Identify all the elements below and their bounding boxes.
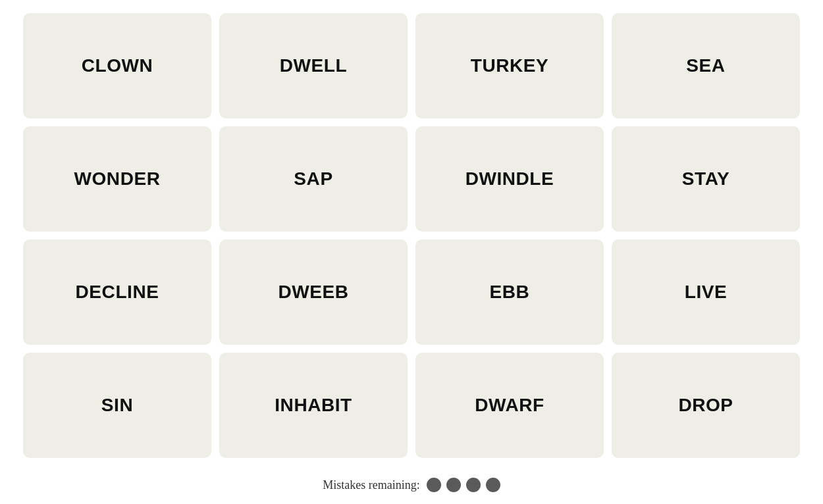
word-card[interactable]: DWINDLE: [415, 126, 604, 232]
mistake-dot: [486, 478, 500, 492]
mistake-dot: [446, 478, 461, 492]
word-label: WONDER: [74, 168, 161, 189]
word-label: DECLINE: [76, 282, 159, 303]
word-label: DWEEB: [278, 282, 348, 303]
word-card[interactable]: STAY: [612, 126, 800, 232]
word-label: DROP: [678, 395, 733, 416]
word-label: STAY: [682, 168, 730, 189]
word-label: DWARF: [475, 395, 544, 416]
word-label: SAP: [294, 168, 332, 189]
word-card[interactable]: DROP: [612, 353, 800, 458]
word-card[interactable]: SEA: [612, 13, 800, 118]
word-card[interactable]: DWARF: [415, 353, 604, 458]
word-card[interactable]: TURKEY: [415, 13, 604, 118]
word-label: SIN: [101, 395, 133, 416]
word-label: DWELL: [280, 55, 347, 76]
word-label: INHABIT: [275, 395, 352, 416]
word-card[interactable]: LIVE: [612, 239, 800, 345]
word-grid: CLOWNDWELLTURKEYSEAWONDERSAPDWINDLESTAYD…: [10, 0, 813, 471]
word-label: LIVE: [685, 282, 727, 303]
word-card[interactable]: DWELL: [219, 13, 408, 118]
mistakes-dots: [427, 478, 500, 492]
mistake-dot: [466, 478, 481, 492]
word-card[interactable]: INHABIT: [219, 353, 408, 458]
word-card[interactable]: CLOWN: [23, 13, 211, 118]
word-label: EBB: [490, 282, 530, 303]
word-card[interactable]: SIN: [23, 353, 211, 458]
mistakes-section: Mistakes remaining:: [323, 478, 500, 492]
word-label: TURKEY: [471, 55, 548, 76]
word-card[interactable]: EBB: [415, 239, 604, 345]
mistake-dot: [427, 478, 441, 492]
word-card[interactable]: DECLINE: [23, 239, 211, 345]
mistakes-label: Mistakes remaining:: [323, 478, 419, 492]
word-card[interactable]: SAP: [219, 126, 408, 232]
word-card[interactable]: WONDER: [23, 126, 211, 232]
word-card[interactable]: DWEEB: [219, 239, 408, 345]
word-label: DWINDLE: [465, 168, 554, 189]
word-label: SEA: [686, 55, 725, 76]
word-label: CLOWN: [82, 55, 153, 76]
